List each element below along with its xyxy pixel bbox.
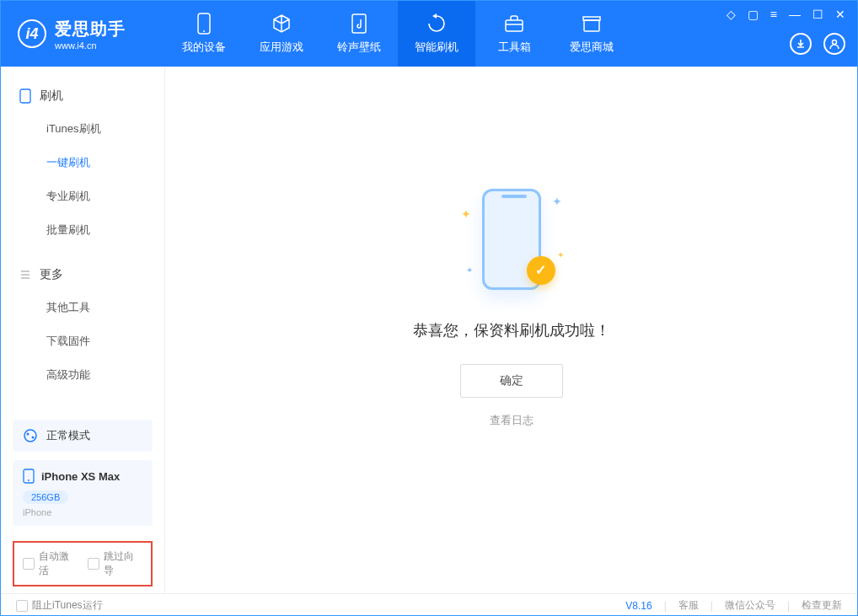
sidebar-item-itunes-flash[interactable]: iTunes刷机 [1, 112, 164, 146]
tab-apps-games[interactable]: 应用游戏 [243, 1, 320, 67]
checkbox-label: 跳过向导 [104, 549, 142, 578]
shirt-icon[interactable]: ◇ [727, 8, 736, 21]
tab-ringtones[interactable]: 铃声壁纸 [320, 1, 398, 67]
logo-icon: i4 [18, 19, 46, 48]
tab-toolbox[interactable]: 工具箱 [475, 1, 553, 67]
device-name-label: iPhone XS Max [41, 470, 120, 483]
tab-label: 我的设备 [182, 40, 226, 55]
svg-point-5 [833, 40, 837, 45]
music-file-icon [348, 13, 370, 35]
sparkle-icon: ✦ [552, 195, 562, 208]
ok-button[interactable]: 确定 [460, 364, 563, 398]
block-itunes-checkbox[interactable]: 阻止iTunes运行 [16, 598, 103, 613]
sidebar-item-other-tools[interactable]: 其他工具 [1, 291, 164, 324]
sidebar-item-one-click-flash[interactable]: 一键刷机 [1, 146, 164, 179]
svg-point-9 [32, 437, 35, 439]
sparkle-icon: ✦ [466, 265, 473, 275]
version-label: V8.16 [625, 600, 652, 612]
storage-badge: 256GB [23, 490, 68, 504]
sidebar: 刷机 iTunes刷机 一键刷机 专业刷机 批量刷机 更多 其他工具 下载固件 … [1, 67, 165, 593]
tab-label: 智能刷机 [415, 40, 458, 55]
sparkle-icon: ✦ [557, 250, 564, 260]
device-type-label: iPhone [23, 507, 142, 517]
sidebar-item-pro-flash[interactable]: 专业刷机 [1, 179, 164, 213]
toolbox-icon [503, 13, 525, 35]
footer: 阻止iTunes运行 V8.16 | 客服 | 微信公众号 | 检查更新 [1, 593, 857, 616]
nav-tabs: 我的设备 应用游戏 铃声壁纸 智能刷机 工具箱 爱思商城 [165, 1, 630, 67]
support-link[interactable]: 客服 [678, 598, 699, 613]
svg-rect-3 [506, 20, 523, 31]
svg-point-1 [203, 30, 205, 32]
group-label: 更多 [40, 267, 63, 282]
tab-smart-flash[interactable]: 智能刷机 [398, 1, 475, 67]
svg-rect-6 [20, 89, 30, 103]
success-message: 恭喜您，保资料刷机成功啦！ [413, 320, 610, 340]
svg-point-8 [27, 433, 29, 436]
phone-icon [23, 469, 35, 484]
tab-my-device[interactable]: 我的设备 [165, 1, 243, 67]
update-link[interactable]: 检查更新 [802, 598, 842, 613]
sparkle-icon: ✦ [461, 207, 471, 221]
tab-label: 应用游戏 [260, 40, 303, 55]
store-icon [581, 13, 603, 35]
phone-icon [19, 88, 31, 104]
group-label: 刷机 [40, 88, 63, 104]
user-button[interactable] [823, 33, 845, 55]
window-controls: ◇ ▢ ≡ — ☐ ✕ [727, 8, 845, 21]
app-title: 爱思助手 [55, 18, 126, 40]
svg-point-11 [28, 479, 29, 481]
close-button[interactable]: ✕ [835, 8, 845, 21]
check-icon: ✓ [527, 256, 555, 285]
device-mode-card[interactable]: 正常模式 [13, 420, 153, 452]
cube-icon [271, 13, 292, 35]
menu-icon[interactable]: ≡ [770, 8, 777, 21]
checkbox-label: 自动激活 [39, 549, 78, 578]
sidebar-item-download-firmware[interactable]: 下载固件 [1, 324, 164, 358]
auto-activate-checkbox[interactable]: 自动激活 [23, 549, 78, 578]
app-header: i4 爱思助手 www.i4.cn 我的设备 应用游戏 铃声壁纸 智能刷机 工具… [1, 1, 857, 67]
logo-area: i4 爱思助手 www.i4.cn [1, 18, 165, 51]
maximize-button[interactable]: ☐ [812, 8, 823, 21]
sidebar-item-batch-flash[interactable]: 批量刷机 [1, 213, 164, 247]
list-icon [19, 269, 31, 281]
skip-guide-checkbox[interactable]: 跳过向导 [88, 549, 142, 578]
svg-point-7 [24, 430, 36, 442]
svg-rect-4 [584, 20, 599, 31]
main-content: ✦ ✦ ✦ ✦ ✓ 恭喜您，保资料刷机成功啦！ 确定 查看日志 [165, 67, 857, 593]
tab-label: 铃声壁纸 [337, 40, 381, 55]
wechat-link[interactable]: 微信公众号 [725, 598, 775, 613]
device-info-card[interactable]: iPhone XS Max 256GB iPhone [13, 460, 153, 526]
mode-icon [23, 428, 38, 443]
tab-label: 工具箱 [498, 40, 531, 55]
minimize-button[interactable]: — [789, 8, 801, 21]
checkbox-label: 阻止iTunes运行 [32, 598, 103, 613]
phone-icon [193, 13, 215, 35]
view-log-link[interactable]: 查看日志 [490, 413, 534, 428]
app-subtitle: www.i4.cn [55, 40, 126, 51]
tab-store[interactable]: 爱思商城 [553, 1, 630, 67]
note-icon[interactable]: ▢ [748, 8, 759, 21]
options-box: 自动激活 跳过向导 [13, 541, 153, 587]
download-button[interactable] [790, 33, 812, 55]
refresh-shield-icon [426, 13, 448, 35]
tab-label: 爱思商城 [570, 40, 614, 55]
svg-rect-2 [352, 14, 366, 33]
sidebar-item-advanced[interactable]: 高级功能 [1, 358, 164, 392]
device-mode-label: 正常模式 [46, 428, 90, 443]
success-illustration: ✦ ✦ ✦ ✦ ✓ [444, 182, 579, 300]
sidebar-group-flash: 刷机 [1, 80, 164, 112]
sidebar-group-more: 更多 [1, 259, 164, 291]
